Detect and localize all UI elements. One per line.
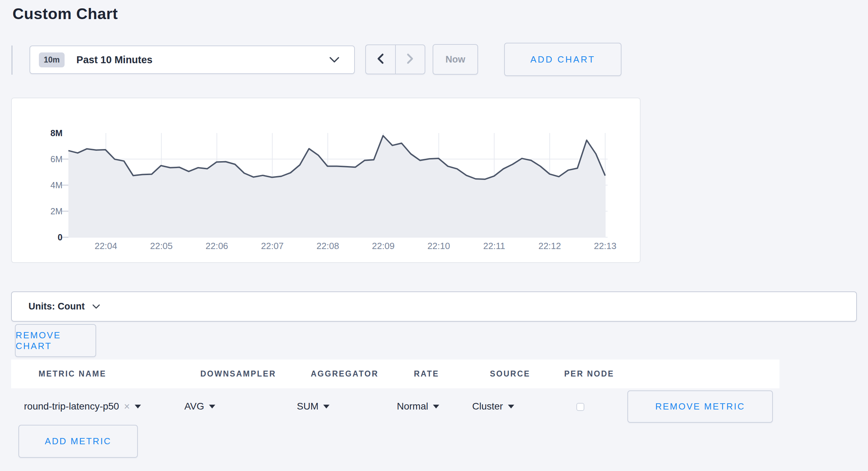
x-tick-label: 22:04 (85, 241, 127, 251)
col-header-rate: RATE (414, 360, 439, 388)
col-header-aggregator: AGGREGATOR (311, 360, 378, 388)
x-tick-label: 22:13 (584, 241, 626, 251)
chevron-right-icon (405, 53, 415, 66)
y-tick-label: 0 (32, 232, 62, 243)
add-chart-button[interactable]: ADD CHART (504, 43, 621, 76)
chevron-left-icon (376, 53, 385, 66)
x-tick-label: 22:06 (196, 241, 238, 251)
chevron-down-icon (328, 56, 340, 64)
caret-down-icon (323, 405, 329, 408)
downsampler-select[interactable]: AVG (184, 397, 215, 415)
x-tick-label: 22:11 (473, 241, 515, 251)
custom-chart-page: Custom Chart 10m Past 10 Minutes Now ADD… (0, 0, 868, 471)
remove-chart-button[interactable]: REMOVE CHART (15, 324, 96, 357)
col-header-source: SOURCE (490, 360, 530, 388)
x-tick-label: 22:12 (529, 241, 570, 251)
rate-value: Normal (397, 401, 428, 412)
clear-metric-icon[interactable]: × (124, 401, 130, 412)
caret-down-icon (209, 405, 215, 408)
caret-down-icon (508, 405, 514, 408)
time-window-picker[interactable]: 10m Past 10 Minutes (30, 46, 355, 74)
metrics-table-header: METRIC NAME DOWNSAMPLER AGGREGATOR RATE … (11, 360, 779, 388)
divider (11, 46, 12, 75)
time-window-label: Past 10 Minutes (76, 54, 152, 66)
x-tick-label: 22:05 (141, 241, 182, 251)
col-header-metric-name: METRIC NAME (39, 360, 106, 388)
x-tick-label: 22:09 (362, 241, 404, 251)
now-button[interactable]: Now (433, 44, 478, 75)
prev-time-button[interactable] (366, 45, 396, 74)
timeseries-svg (12, 98, 640, 262)
col-header-per-node: PER NODE (564, 360, 614, 388)
page-title: Custom Chart (12, 5, 118, 23)
y-tick-label: 4M (32, 180, 62, 191)
metric-name-select[interactable]: round-trip-latency-p50 × (24, 397, 141, 415)
add-metric-button[interactable]: ADD METRIC (18, 425, 138, 458)
units-dropdown[interactable]: Units: Count (11, 291, 857, 322)
caret-down-icon (135, 405, 141, 408)
source-select[interactable]: Cluster (472, 397, 514, 415)
x-tick-label: 22:07 (251, 241, 293, 251)
source-value: Cluster (472, 401, 503, 412)
remove-metric-button[interactable]: REMOVE METRIC (627, 390, 773, 423)
caret-down-icon (433, 405, 439, 408)
aggregator-value: SUM (297, 401, 318, 412)
rate-select[interactable]: Normal (397, 397, 439, 415)
downsampler-value: AVG (184, 401, 204, 412)
aggregator-select[interactable]: SUM (297, 397, 329, 415)
time-nav-group (365, 44, 425, 74)
y-tick-label: 6M (32, 154, 62, 165)
chevron-down-icon (92, 304, 101, 309)
y-tick-label: 2M (32, 206, 62, 217)
per-node-checkbox[interactable] (576, 403, 584, 411)
time-window-badge: 10m (39, 52, 65, 67)
metric-name-value: round-trip-latency-p50 (24, 401, 119, 412)
chart-card: 8M6M4M2M0 22:0422:0522:0622:0722:0822:09… (11, 98, 641, 263)
next-time-button[interactable] (396, 45, 425, 74)
y-tick-label: 8M (32, 127, 62, 139)
x-tick-label: 22:10 (418, 241, 460, 251)
col-header-downsampler: DOWNSAMPLER (200, 360, 276, 388)
units-label: Units: Count (28, 301, 85, 312)
x-tick-label: 22:08 (307, 241, 349, 251)
